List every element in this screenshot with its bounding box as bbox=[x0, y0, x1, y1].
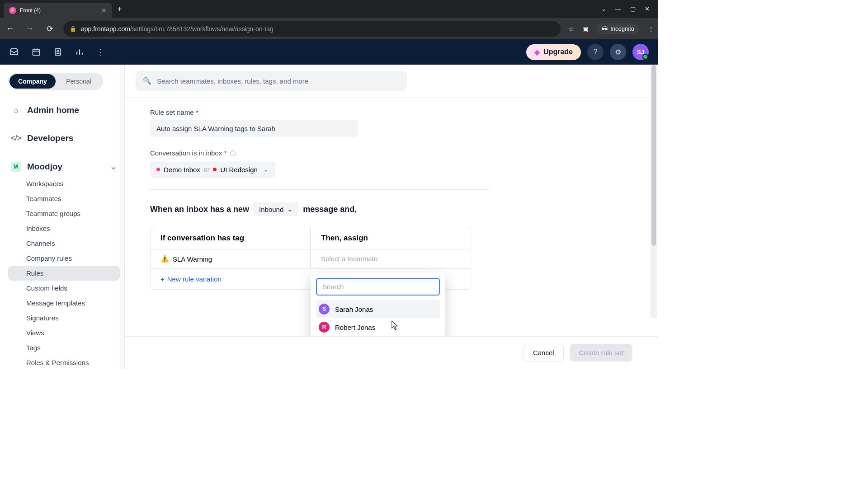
extensions-icon[interactable]: ▣ bbox=[582, 25, 588, 33]
settings-button[interactable]: ⚙ bbox=[610, 44, 626, 60]
sidebar-item-signatures[interactable]: Signatures bbox=[8, 310, 120, 325]
content: 🔍 Search teammates, inboxes, rules, tags… bbox=[125, 65, 658, 369]
sidebar-item-rules[interactable]: Rules bbox=[8, 266, 120, 281]
browser-tab[interactable]: F Front (4) ✕ bbox=[4, 3, 112, 18]
scope-company-button[interactable]: Company bbox=[9, 74, 56, 89]
chevron-down-icon: ⌄ bbox=[263, 165, 269, 174]
sidebar-developers[interactable]: </> Developers bbox=[8, 129, 120, 148]
avatar-icon: S bbox=[319, 304, 330, 314]
browser-menu-icon[interactable]: ⋮ bbox=[648, 25, 654, 33]
global-search-input[interactable]: 🔍 Search teammates, inboxes, rules, tags… bbox=[136, 71, 407, 91]
sidebar-item-tags[interactable]: Tags bbox=[8, 340, 120, 355]
bookmark-icon[interactable]: ☆ bbox=[568, 25, 574, 33]
teammate-option-sarah[interactable]: S Sarah Jonas bbox=[316, 300, 440, 318]
inbox-chip-1: Demo Inbox bbox=[164, 166, 200, 174]
chevron-down-icon: ⌄ bbox=[110, 161, 117, 172]
inbox-label: Conversation is in inbox * ⓘ bbox=[150, 149, 632, 158]
close-window-icon[interactable]: ✕ bbox=[645, 5, 650, 12]
teammate-dropdown: S Sarah Jonas R Robert Jonas bbox=[311, 272, 445, 336]
code-icon: </> bbox=[11, 134, 21, 142]
sidebar-item-inboxes[interactable]: Inboxes bbox=[8, 221, 120, 236]
contacts-icon[interactable] bbox=[53, 47, 62, 56]
tab-bar: F Front (4) ✕ + bbox=[0, 0, 658, 18]
avatar-icon: R bbox=[319, 322, 330, 333]
inbox-dot-icon bbox=[156, 168, 160, 171]
sidebar-developers-label: Developers bbox=[27, 133, 73, 143]
rule-table: If conversation has tag Then, assign ⚠️ … bbox=[150, 227, 471, 290]
svg-rect-0 bbox=[33, 49, 40, 55]
vertical-scrollbar[interactable] bbox=[651, 65, 657, 318]
info-icon[interactable]: ⓘ bbox=[230, 150, 236, 157]
chevron-down-icon: ⌄ bbox=[287, 205, 293, 213]
sidebar-item-workspaces[interactable]: Workspaces bbox=[8, 176, 120, 191]
sidebar-item-message-templates[interactable]: Message templates bbox=[8, 296, 120, 310]
svg-point-2 bbox=[57, 50, 59, 52]
scrollbar-thumb[interactable] bbox=[651, 65, 656, 246]
trigger-mode-label: Inbound bbox=[259, 206, 283, 213]
tab-title: Front (4) bbox=[20, 7, 98, 14]
new-variation-label: New rule variation bbox=[167, 275, 222, 283]
assignee-placeholder: Select a teammate bbox=[321, 255, 377, 263]
col-header-if: If conversation has tag bbox=[151, 227, 311, 249]
address-bar: ← → ⟳ 🔒 app.frontapp.com/settings/tim:78… bbox=[0, 18, 658, 39]
rule-name-input[interactable] bbox=[150, 120, 358, 137]
gem-icon: ◈ bbox=[534, 48, 540, 56]
sidebar-item-channels[interactable]: Channels bbox=[8, 236, 120, 251]
rule-name-label: Rule set name * bbox=[150, 108, 632, 116]
assignee-cell[interactable]: Select a teammate bbox=[311, 249, 471, 268]
window-controls: ⌄ — ▢ ✕ bbox=[593, 0, 658, 18]
forward-button: → bbox=[24, 24, 36, 33]
back-button[interactable]: ← bbox=[4, 24, 16, 33]
tab-close-icon[interactable]: ✕ bbox=[101, 7, 107, 14]
sidebar-workspace-name: Moodjoy bbox=[27, 162, 62, 172]
trigger-row: When an inbox has a new Inbound ⌄ messag… bbox=[150, 202, 632, 216]
browser-chrome: F Front (4) ✕ + ⌄ — ▢ ✕ ← → ⟳ 🔒 app.fron… bbox=[0, 0, 658, 39]
maximize-icon[interactable]: ▢ bbox=[630, 5, 636, 12]
workspace-badge: M bbox=[11, 162, 21, 172]
url-path: /settings/tim:7858132/workflows/new/assi… bbox=[130, 25, 274, 33]
sidebar-item-roles[interactable]: Roles & Permissions bbox=[8, 355, 120, 369]
minimize-icon[interactable]: — bbox=[615, 5, 621, 12]
help-button[interactable]: ? bbox=[587, 44, 604, 60]
inbox-icon[interactable] bbox=[9, 47, 19, 57]
lock-icon: 🔒 bbox=[70, 26, 76, 32]
upgrade-label: Upgrade bbox=[543, 48, 573, 56]
sidebar-admin-home[interactable]: ⌂ Admin home bbox=[8, 101, 120, 120]
tab-favicon-icon: F bbox=[9, 7, 16, 14]
tag-name: SLA Warning bbox=[173, 255, 212, 263]
sidebar-item-teammate-groups[interactable]: Teammate groups bbox=[8, 206, 120, 221]
analytics-icon[interactable] bbox=[75, 47, 84, 56]
divider bbox=[150, 189, 489, 190]
url-input[interactable]: 🔒 app.frontapp.com/settings/tim:7858132/… bbox=[63, 21, 561, 37]
inbox-or: or bbox=[204, 166, 209, 173]
footer: Cancel Create rule set bbox=[125, 336, 658, 369]
sidebar-workspace-toggle[interactable]: M Moodjoy ⌄ bbox=[8, 157, 120, 176]
teammate-option-robert[interactable]: R Robert Jonas bbox=[316, 318, 440, 336]
search-icon: 🔍 bbox=[143, 77, 151, 85]
url-domain: app.frontapp.com bbox=[81, 25, 130, 33]
teammate-search-input[interactable] bbox=[316, 278, 440, 296]
reload-button[interactable]: ⟳ bbox=[43, 24, 56, 34]
sidebar-item-custom-fields[interactable]: Custom fields bbox=[8, 281, 120, 296]
tag-cell[interactable]: ⚠️ SLA Warning bbox=[151, 249, 311, 268]
scope-personal-button[interactable]: Personal bbox=[56, 74, 102, 89]
sidebar-item-teammates[interactable]: Teammates bbox=[8, 191, 120, 206]
cancel-button[interactable]: Cancel bbox=[524, 344, 564, 361]
sidebar-item-company-rules[interactable]: Company rules bbox=[8, 251, 120, 266]
sidebar-item-views[interactable]: Views bbox=[8, 325, 120, 340]
calendar-icon[interactable] bbox=[32, 47, 41, 56]
trigger-mode-select[interactable]: Inbound ⌄ bbox=[254, 202, 298, 216]
incognito-icon: 🕶 bbox=[602, 25, 608, 32]
sidebar-admin-home-label: Admin home bbox=[27, 105, 79, 115]
inbox-chip-2: UI Redesign bbox=[220, 166, 258, 174]
inbox-picker[interactable]: Demo Inbox or UI Redesign ⌄ bbox=[150, 161, 275, 178]
upgrade-button[interactable]: ◈ Upgrade bbox=[526, 44, 581, 60]
caret-down-icon[interactable]: ⌄ bbox=[601, 5, 606, 12]
col-header-then: Then, assign bbox=[311, 227, 471, 249]
new-tab-button[interactable]: + bbox=[118, 5, 122, 13]
avatar[interactable]: SJ bbox=[632, 44, 649, 60]
more-icon[interactable]: ⋮ bbox=[97, 47, 105, 57]
incognito-badge: 🕶 Incognito bbox=[596, 23, 640, 34]
teammate-option-label: Sarah Jonas bbox=[335, 305, 373, 313]
trigger-prefix: When an inbox has a new bbox=[150, 205, 249, 214]
